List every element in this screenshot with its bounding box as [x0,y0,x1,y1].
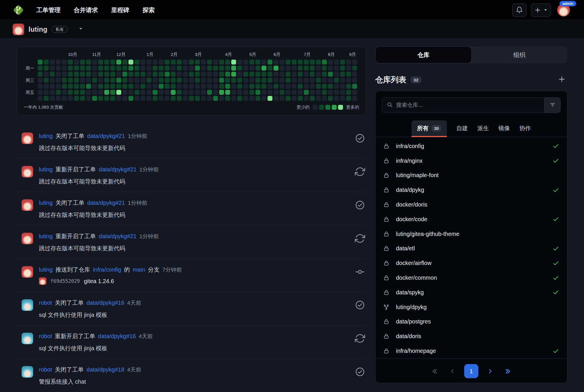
pagination-next-button[interactable] [484,365,496,377]
repo-list-item[interactable]: data/postgres [383,315,559,329]
feed-avatar[interactable] [22,266,33,278]
notifications-button[interactable] [512,3,526,17]
heatmap-cell [92,66,97,71]
repo-name-link[interactable]: data/dpykg [396,187,424,193]
repo-list-item[interactable]: infra/homepage [383,344,559,358]
feed-repo-link[interactable]: data/dpykg#16 [87,299,124,306]
feed-repo-link[interactable]: data/dpykg#21 [87,199,125,206]
feed-repo-link[interactable]: infra/config [93,266,121,273]
repo-name-link[interactable]: infra/nginx [396,158,422,164]
feed-avatar[interactable] [22,166,33,177]
feed-user-link[interactable]: robot [39,366,52,373]
tab-organizations[interactable]: 组织 [472,46,568,63]
feed-user-link[interactable]: luting [39,233,53,240]
heatmap-cell [177,84,182,89]
repo-name-link[interactable]: data/doris [396,333,421,340]
feed-user-link[interactable]: luting [39,266,53,273]
nav-item-issues[interactable]: 工单管理 [36,6,60,14]
repo-list-item[interactable]: luting/maple-font [383,168,559,183]
heatmap-cell [328,96,333,101]
gitea-logo-icon[interactable] [12,3,25,17]
feed-avatar[interactable] [22,199,33,211]
heatmap-cell [92,60,97,65]
heatmap-cell [346,78,351,83]
repo-list-item[interactable]: docker/airflow [383,256,559,270]
feed-avatar[interactable] [22,366,33,378]
repo-list-item[interactable]: docker/doris [383,197,559,212]
repo-list-item[interactable]: data/etl [383,241,559,256]
heatmap-cell [195,90,200,95]
repo-filter-tab-镜像[interactable]: 镜像 [498,120,510,137]
pagination-page-current[interactable]: 1 [464,364,478,378]
repo-name-link[interactable]: data/postgres [396,318,431,325]
repo-name-link[interactable]: infra/homepage [396,348,436,354]
repo-name-link[interactable]: luting/gitea-github-theme [396,231,459,237]
tab-repositories[interactable]: 仓库 [375,46,472,63]
feed-repo-link[interactable]: data/dpykg#21 [99,233,136,240]
feed-item: luting推送到了仓库infra/config的main分支7分钟前f69d5… [17,259,366,292]
heatmap-cell [310,66,315,71]
repo-name-link[interactable]: docker/airflow [396,260,431,266]
repo-name-link[interactable]: luting/maple-font [396,172,439,179]
feed-branch-link[interactable]: main [133,266,145,273]
repo-name-link[interactable]: infra/config [396,143,424,149]
feed-avatar[interactable] [22,299,33,311]
commit-sha-link[interactable]: f69d552029 [50,278,80,284]
repo-name-link[interactable]: docker/common [396,274,437,281]
heatmap-cell [231,84,236,89]
heatmap-cell [243,96,248,101]
heatmap-cell [56,60,61,65]
feed-item-body: 跳过存在版本可能导致未更新代码 [39,145,355,152]
profile-avatar[interactable] [13,24,24,35]
heatmap-month-label: 2月 [171,52,177,57]
heatmap-cell [249,78,254,83]
repo-list-item[interactable]: infra/nginx [383,154,559,168]
feed-repo-link[interactable]: data/dpykg#21 [99,166,136,173]
feed-avatar[interactable] [22,333,33,344]
repo-filter-tab-所有[interactable]: 所有30 [412,120,447,137]
visibility-badge: 私有 [52,26,68,33]
repo-name-link[interactable]: data/etl [396,245,415,252]
repo-list-item[interactable]: docker/code [383,212,559,227]
repo-name-link[interactable]: luting/dpykg [396,304,427,310]
heatmap-cell [213,90,218,95]
feed-user-link[interactable]: luting [39,199,53,206]
repo-filter-tab-自建[interactable]: 自建 [456,120,468,137]
feed-user-link[interactable]: luting [39,166,53,173]
repo-name-link[interactable]: data/spykg [396,289,424,296]
repo-filter-tab-派生[interactable]: 派生 [477,120,489,137]
heatmap-weekday-labels: 周一周三周五 [24,60,38,101]
repo-list-item[interactable]: data/spykg [383,285,559,300]
nav-item-explore[interactable]: 探索 [143,6,155,14]
feed-repo-link[interactable]: data/dpykg#16 [98,333,136,340]
feed-user-link[interactable]: robot [39,299,52,306]
repo-list-item[interactable]: docker/common [383,270,559,285]
heatmap-cell [80,60,85,65]
repo-name-link[interactable]: docker/doris [396,201,427,208]
create-new-button[interactable] [531,3,551,17]
feed-repo-link[interactable]: data/dpykg#18 [87,366,124,373]
repo-filter-tab-协作[interactable]: 协作 [519,120,531,137]
add-repo-button[interactable] [558,75,566,84]
nav-item-milestones[interactable]: 里程碑 [111,6,129,14]
repo-list-item[interactable]: data/dpykg [383,183,559,197]
repo-list-item[interactable]: luting/dpykg [383,300,559,315]
profile-username[interactable]: luting [29,25,47,33]
repo-filter-button[interactable] [544,98,560,113]
feed-user-link[interactable]: robot [39,333,52,340]
nav-item-pull-requests[interactable]: 合并请求 [74,6,98,14]
context-switch-caret-icon[interactable] [79,26,83,32]
profile-context-bar: luting 私有 [0,20,584,39]
repo-search-input[interactable] [396,102,540,108]
feed-repo-link[interactable]: data/dpykg#21 [87,132,125,139]
repo-list-item[interactable]: luting/gitea-github-theme [383,227,559,241]
feed-avatar[interactable] [22,132,33,144]
pagination-last-button[interactable] [502,365,514,377]
repo-name-link[interactable]: docker/code [396,216,427,223]
feed-avatar[interactable] [22,233,33,244]
repo-list-item[interactable]: infra/config [383,139,559,154]
user-menu[interactable]: admin [557,4,570,16]
repo-list-item[interactable]: data/doris [383,329,559,344]
heatmap-cell [334,78,339,83]
feed-user-link[interactable]: luting [39,132,53,139]
